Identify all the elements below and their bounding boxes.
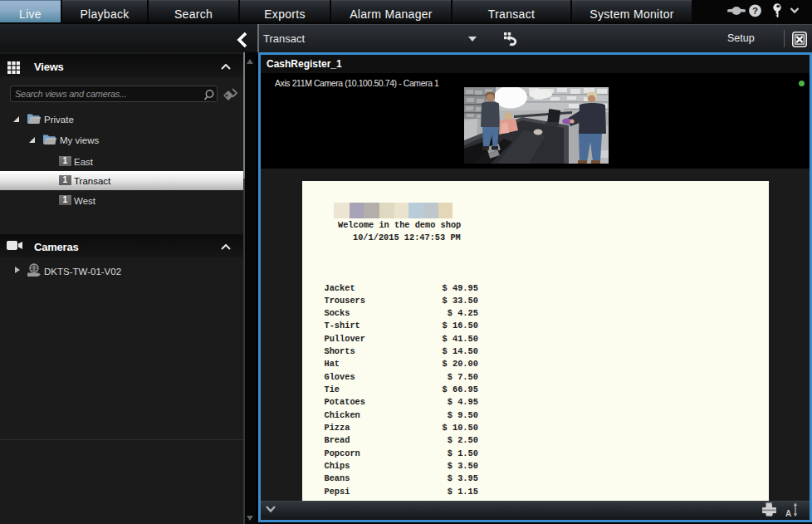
svg-text:?: ? bbox=[752, 6, 758, 16]
svg-text:A: A bbox=[785, 509, 791, 518]
